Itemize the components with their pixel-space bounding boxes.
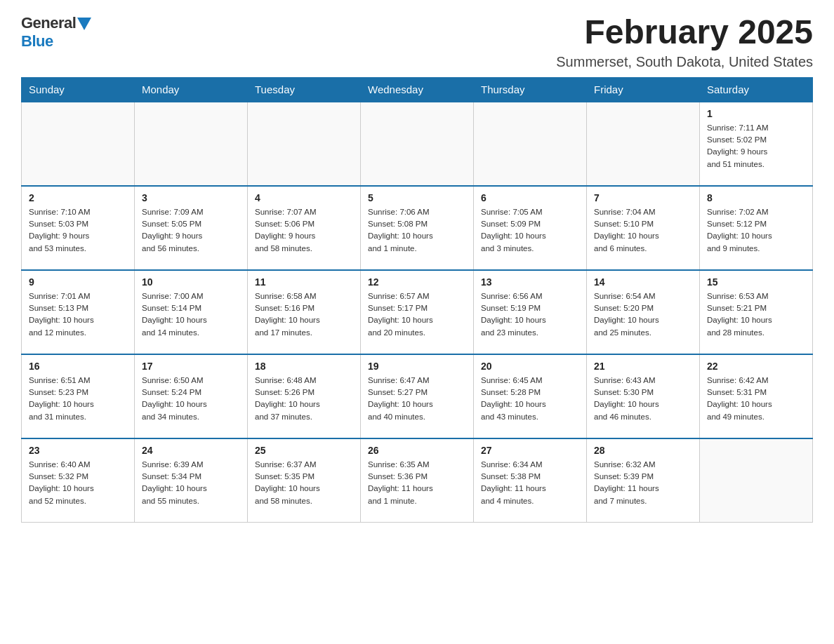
day-number: 3 (142, 192, 240, 203)
calendar-day-23: 23Sunrise: 6:40 AM Sunset: 5:32 PM Dayli… (22, 438, 135, 523)
calendar-day-28: 28Sunrise: 6:32 AM Sunset: 5:39 PM Dayli… (587, 438, 700, 523)
day-info: Sunrise: 6:56 AM Sunset: 5:19 PM Dayligh… (481, 290, 579, 339)
day-info: Sunrise: 7:10 AM Sunset: 5:03 PM Dayligh… (29, 206, 127, 255)
svg-marker-0 (77, 18, 91, 30)
day-number: 13 (481, 276, 579, 288)
calendar-day-5: 5Sunrise: 7:06 AM Sunset: 5:08 PM Daylig… (361, 186, 474, 270)
day-number: 17 (142, 361, 240, 372)
calendar-table: SundayMondayTuesdayWednesdayThursdayFrid… (21, 77, 813, 523)
day-number: 12 (368, 276, 466, 288)
day-info: Sunrise: 6:35 AM Sunset: 5:36 PM Dayligh… (368, 459, 466, 507)
calendar-day-27: 27Sunrise: 6:34 AM Sunset: 5:38 PM Dayli… (474, 438, 587, 523)
calendar-week-row: 23Sunrise: 6:40 AM Sunset: 5:32 PM Dayli… (22, 438, 813, 523)
day-info: Sunrise: 7:11 AM Sunset: 5:02 PM Dayligh… (707, 122, 805, 170)
logo-arrow-icon (77, 18, 91, 30)
calendar-day-24: 24Sunrise: 6:39 AM Sunset: 5:34 PM Dayli… (135, 438, 248, 523)
calendar-day-14: 14Sunrise: 6:54 AM Sunset: 5:20 PM Dayli… (587, 270, 700, 354)
day-number: 10 (142, 276, 240, 288)
day-number: 16 (29, 361, 127, 372)
day-info: Sunrise: 6:40 AM Sunset: 5:32 PM Dayligh… (29, 459, 127, 507)
day-number: 1 (707, 108, 805, 119)
calendar-day-13: 13Sunrise: 6:56 AM Sunset: 5:19 PM Dayli… (474, 270, 587, 354)
calendar-day-22: 22Sunrise: 6:42 AM Sunset: 5:31 PM Dayli… (700, 354, 813, 438)
day-number: 26 (368, 445, 466, 456)
day-info: Sunrise: 6:47 AM Sunset: 5:27 PM Dayligh… (368, 375, 466, 423)
weekday-header-tuesday: Tuesday (248, 77, 361, 102)
day-number: 21 (594, 361, 692, 372)
day-number: 20 (481, 361, 579, 372)
calendar-day-9: 9Sunrise: 7:01 AM Sunset: 5:13 PM Daylig… (22, 270, 135, 354)
day-number: 2 (29, 192, 127, 203)
calendar-day-21: 21Sunrise: 6:43 AM Sunset: 5:30 PM Dayli… (587, 354, 700, 438)
calendar-day-7: 7Sunrise: 7:04 AM Sunset: 5:10 PM Daylig… (587, 186, 700, 270)
logo-general-text: General (21, 14, 76, 32)
calendar-day-empty (587, 102, 700, 186)
day-number: 5 (368, 192, 466, 203)
day-number: 15 (707, 276, 805, 288)
day-info: Sunrise: 6:58 AM Sunset: 5:16 PM Dayligh… (255, 290, 353, 339)
day-info: Sunrise: 6:39 AM Sunset: 5:34 PM Dayligh… (142, 459, 240, 507)
calendar-day-18: 18Sunrise: 6:48 AM Sunset: 5:26 PM Dayli… (248, 354, 361, 438)
title-section: February 2025 Summerset, South Dakota, U… (556, 14, 813, 70)
day-info: Sunrise: 6:54 AM Sunset: 5:20 PM Dayligh… (594, 290, 692, 339)
calendar-day-17: 17Sunrise: 6:50 AM Sunset: 5:24 PM Dayli… (135, 354, 248, 438)
day-number: 19 (368, 361, 466, 372)
calendar-day-empty (361, 102, 474, 186)
day-info: Sunrise: 7:07 AM Sunset: 5:06 PM Dayligh… (255, 206, 353, 255)
weekday-header-thursday: Thursday (474, 77, 587, 102)
calendar-day-25: 25Sunrise: 6:37 AM Sunset: 5:35 PM Dayli… (248, 438, 361, 523)
calendar-week-row: 9Sunrise: 7:01 AM Sunset: 5:13 PM Daylig… (22, 270, 813, 354)
page-header: General Blue February 2025 Summerset, So… (21, 14, 813, 70)
day-info: Sunrise: 6:51 AM Sunset: 5:23 PM Dayligh… (29, 375, 127, 423)
calendar-day-11: 11Sunrise: 6:58 AM Sunset: 5:16 PM Dayli… (248, 270, 361, 354)
day-info: Sunrise: 7:02 AM Sunset: 5:12 PM Dayligh… (707, 206, 805, 255)
calendar-week-row: 1Sunrise: 7:11 AM Sunset: 5:02 PM Daylig… (22, 102, 813, 186)
calendar-week-row: 16Sunrise: 6:51 AM Sunset: 5:23 PM Dayli… (22, 354, 813, 438)
day-number: 27 (481, 445, 579, 456)
day-number: 11 (255, 276, 353, 288)
day-info: Sunrise: 7:04 AM Sunset: 5:10 PM Dayligh… (594, 206, 692, 255)
weekday-header-sunday: Sunday (22, 77, 135, 102)
calendar-day-15: 15Sunrise: 6:53 AM Sunset: 5:21 PM Dayli… (700, 270, 813, 354)
day-info: Sunrise: 7:09 AM Sunset: 5:05 PM Dayligh… (142, 206, 240, 255)
weekday-header-wednesday: Wednesday (361, 77, 474, 102)
day-info: Sunrise: 7:00 AM Sunset: 5:14 PM Dayligh… (142, 290, 240, 339)
calendar-day-empty (135, 102, 248, 186)
day-info: Sunrise: 6:50 AM Sunset: 5:24 PM Dayligh… (142, 375, 240, 423)
calendar-day-6: 6Sunrise: 7:05 AM Sunset: 5:09 PM Daylig… (474, 186, 587, 270)
calendar-day-16: 16Sunrise: 6:51 AM Sunset: 5:23 PM Dayli… (22, 354, 135, 438)
day-number: 14 (594, 276, 692, 288)
calendar-day-empty (248, 102, 361, 186)
day-info: Sunrise: 6:34 AM Sunset: 5:38 PM Dayligh… (481, 459, 579, 507)
day-info: Sunrise: 6:53 AM Sunset: 5:21 PM Dayligh… (707, 290, 805, 339)
day-number: 24 (142, 445, 240, 456)
day-info: Sunrise: 6:37 AM Sunset: 5:35 PM Dayligh… (255, 459, 353, 507)
day-info: Sunrise: 6:45 AM Sunset: 5:28 PM Dayligh… (481, 375, 579, 423)
day-info: Sunrise: 6:32 AM Sunset: 5:39 PM Dayligh… (594, 459, 692, 507)
day-info: Sunrise: 6:42 AM Sunset: 5:31 PM Dayligh… (707, 375, 805, 423)
day-info: Sunrise: 6:43 AM Sunset: 5:30 PM Dayligh… (594, 375, 692, 423)
calendar-day-3: 3Sunrise: 7:09 AM Sunset: 5:05 PM Daylig… (135, 186, 248, 270)
day-number: 22 (707, 361, 805, 372)
calendar-week-row: 2Sunrise: 7:10 AM Sunset: 5:03 PM Daylig… (22, 186, 813, 270)
calendar-day-4: 4Sunrise: 7:07 AM Sunset: 5:06 PM Daylig… (248, 186, 361, 270)
calendar-day-8: 8Sunrise: 7:02 AM Sunset: 5:12 PM Daylig… (700, 186, 813, 270)
calendar-day-2: 2Sunrise: 7:10 AM Sunset: 5:03 PM Daylig… (22, 186, 135, 270)
day-info: Sunrise: 7:06 AM Sunset: 5:08 PM Dayligh… (368, 206, 466, 255)
day-number: 25 (255, 445, 353, 456)
calendar-day-20: 20Sunrise: 6:45 AM Sunset: 5:28 PM Dayli… (474, 354, 587, 438)
day-info: Sunrise: 7:01 AM Sunset: 5:13 PM Dayligh… (29, 290, 127, 339)
logo: General Blue (21, 14, 91, 51)
location-subtitle: Summerset, South Dakota, United States (556, 54, 813, 70)
day-info: Sunrise: 6:48 AM Sunset: 5:26 PM Dayligh… (255, 375, 353, 423)
day-info: Sunrise: 7:05 AM Sunset: 5:09 PM Dayligh… (481, 206, 579, 255)
day-number: 6 (481, 192, 579, 203)
day-number: 9 (29, 276, 127, 288)
weekday-header-friday: Friday (587, 77, 700, 102)
calendar-day-10: 10Sunrise: 7:00 AM Sunset: 5:14 PM Dayli… (135, 270, 248, 354)
calendar-day-26: 26Sunrise: 6:35 AM Sunset: 5:36 PM Dayli… (361, 438, 474, 523)
logo-blue-text: Blue (21, 32, 53, 51)
calendar-day-1: 1Sunrise: 7:11 AM Sunset: 5:02 PM Daylig… (700, 102, 813, 186)
weekday-header-monday: Monday (135, 77, 248, 102)
day-number: 18 (255, 361, 353, 372)
